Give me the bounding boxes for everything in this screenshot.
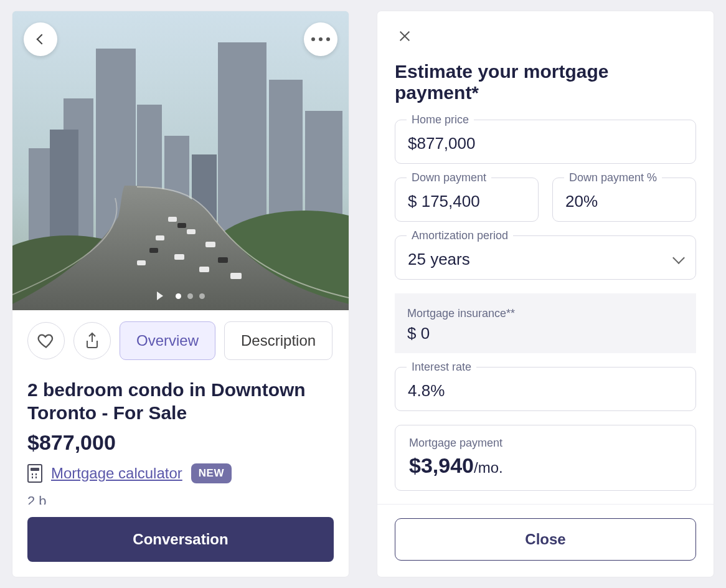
field-value: 20% bbox=[565, 192, 598, 211]
image-pager bbox=[12, 292, 349, 300]
modal-footer: Close bbox=[377, 504, 714, 577]
svg-rect-15 bbox=[205, 242, 215, 247]
listing-panel: Overview Description F 2 bedroom condo i… bbox=[12, 11, 349, 577]
svg-rect-18 bbox=[199, 267, 209, 272]
field-value: $ 175,400 bbox=[408, 192, 480, 211]
field-value: $877,000 bbox=[408, 134, 475, 153]
listing-title: 2 bedroom condo in Downtown Toronto - Fo… bbox=[27, 379, 334, 424]
down-payment-field[interactable]: Down payment $ 175,400 bbox=[395, 178, 539, 222]
back-button[interactable] bbox=[24, 22, 57, 56]
svg-rect-14 bbox=[187, 229, 196, 234]
listing-hero-image bbox=[12, 11, 349, 310]
modal-title: Estimate your mortgage payment* bbox=[395, 61, 696, 103]
interest-rate-field[interactable]: Interest rate 4.8% bbox=[395, 367, 696, 411]
mortgage-modal: Estimate your mortgage payment* Home pri… bbox=[377, 11, 714, 577]
field-label: Interest rate bbox=[407, 361, 476, 374]
play-icon[interactable] bbox=[157, 292, 163, 300]
field-label: Mortgage insurance** bbox=[407, 307, 684, 320]
favorite-button[interactable] bbox=[27, 322, 65, 359]
field-value: 4.8% bbox=[408, 381, 445, 400]
new-badge: NEW bbox=[191, 463, 232, 483]
svg-rect-20 bbox=[137, 260, 146, 265]
pager-dot[interactable] bbox=[176, 293, 181, 299]
mortgage-result: Mortgage payment $3,940/mo. bbox=[395, 425, 696, 491]
listing-body: 2 bedroom condo in Downtown Toronto - Fo… bbox=[12, 360, 349, 505]
field-label: Amortization period bbox=[407, 229, 513, 242]
listing-meta-truncated: 2 b bbox=[27, 493, 334, 505]
close-button[interactable]: Close bbox=[395, 518, 696, 561]
svg-rect-21 bbox=[177, 223, 186, 228]
share-button[interactable] bbox=[73, 322, 111, 359]
tab-overview[interactable]: Overview bbox=[120, 321, 215, 360]
down-payment-pct-field[interactable]: Down payment % 20% bbox=[552, 178, 696, 222]
action-row: Overview Description F bbox=[12, 310, 349, 360]
svg-rect-23 bbox=[218, 257, 228, 263]
field-label: Down payment bbox=[407, 171, 491, 184]
chevron-left-icon bbox=[37, 34, 47, 45]
svg-rect-17 bbox=[174, 254, 184, 260]
calculator-icon bbox=[27, 464, 42, 483]
field-value: $ 0 bbox=[407, 324, 430, 343]
amortization-select[interactable]: Amortization period 25 years bbox=[395, 235, 696, 280]
field-label: Home price bbox=[407, 113, 474, 126]
pager-dot[interactable] bbox=[199, 293, 205, 299]
field-value: 25 years bbox=[408, 250, 470, 268]
svg-rect-16 bbox=[156, 235, 164, 240]
pager-dot[interactable] bbox=[187, 293, 193, 299]
svg-rect-22 bbox=[149, 248, 158, 253]
more-options-button[interactable] bbox=[304, 22, 337, 56]
result-suffix: /mo. bbox=[474, 459, 503, 476]
listing-price: $877,000 bbox=[27, 430, 334, 455]
result-label: Mortgage payment bbox=[409, 437, 682, 450]
mortgage-calculator-link[interactable]: Mortgage calculator bbox=[51, 465, 182, 482]
svg-rect-19 bbox=[230, 273, 242, 279]
mortgage-insurance-field: Mortgage insurance** $ 0 bbox=[395, 293, 696, 353]
listing-tabs: Overview Description F bbox=[120, 321, 334, 360]
share-icon bbox=[85, 332, 100, 349]
svg-rect-13 bbox=[168, 217, 177, 222]
result-value: $3,940 bbox=[409, 453, 474, 477]
tab-description[interactable]: Description bbox=[224, 321, 332, 360]
chevron-down-icon bbox=[672, 252, 685, 264]
modal-close-x[interactable] bbox=[395, 26, 415, 46]
conversation-button[interactable]: Conversation bbox=[27, 517, 334, 562]
heart-icon bbox=[37, 332, 55, 349]
close-icon bbox=[398, 29, 412, 43]
home-price-field[interactable]: Home price $877,000 bbox=[395, 120, 696, 164]
field-label: Down payment % bbox=[564, 171, 662, 184]
more-icon bbox=[311, 37, 330, 41]
